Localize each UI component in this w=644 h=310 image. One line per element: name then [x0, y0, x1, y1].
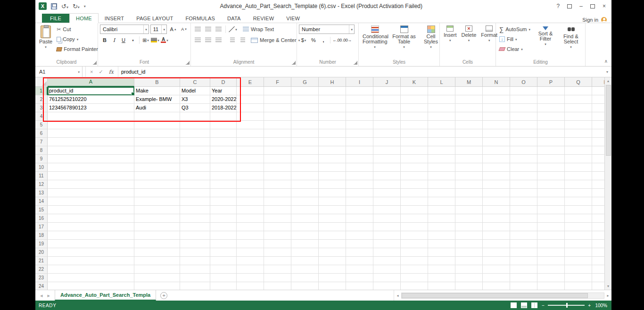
cell-C15[interactable] [180, 206, 210, 214]
merge-center-button[interactable]: Merge & Center ▾ [249, 35, 301, 45]
cell-A17[interactable] [48, 223, 134, 231]
cell-K22[interactable] [401, 265, 428, 274]
cell-B14[interactable] [134, 197, 180, 206]
cell-K3[interactable] [401, 104, 428, 112]
cell-O6[interactable] [510, 129, 537, 138]
cell-L20[interactable] [428, 248, 455, 257]
cell-B22[interactable] [134, 265, 180, 274]
zoom-out-button[interactable]: − [542, 303, 545, 308]
cell-O14[interactable] [510, 197, 537, 206]
tab-insert[interactable]: INSERT [99, 14, 130, 23]
cell-A5[interactable] [48, 121, 134, 129]
sort-filter-dropdown-arrow[interactable]: ▾ [545, 42, 546, 46]
new-sheet-button[interactable]: + [160, 292, 167, 299]
undo-button[interactable]: ↺▾ [61, 3, 68, 9]
cell-J4[interactable] [373, 112, 401, 121]
cell-P15[interactable] [537, 206, 565, 214]
row-header-1[interactable]: 1 [35, 87, 48, 95]
cell-L17[interactable] [428, 223, 455, 231]
cell-L15[interactable] [428, 206, 455, 214]
cell-F13[interactable] [264, 189, 291, 197]
find-select-button[interactable]: Find & Select ▾ [559, 25, 583, 59]
cell-Q12[interactable] [565, 180, 592, 189]
cell-I5[interactable] [346, 121, 373, 129]
sign-in-button[interactable]: Sign in [582, 17, 611, 23]
cell-F8[interactable] [264, 146, 291, 155]
cell-E15[interactable] [237, 206, 264, 214]
find-select-dropdown-arrow[interactable]: ▾ [570, 45, 572, 49]
cell-Q21[interactable] [565, 257, 592, 265]
cell-K10[interactable] [401, 163, 428, 172]
underline-dropdown-arrow[interactable]: ▾ [128, 35, 138, 45]
cell-F5[interactable] [264, 121, 291, 129]
row-header-13[interactable]: 13 [35, 189, 48, 197]
column-header-D[interactable]: D [210, 77, 237, 87]
cell-A16[interactable] [48, 214, 134, 223]
cell-D17[interactable] [210, 223, 237, 231]
align-right-button[interactable] [214, 35, 223, 45]
column-header-Q[interactable]: Q [565, 77, 592, 87]
row-header-18[interactable]: 18 [35, 231, 48, 240]
cell-P24[interactable] [537, 282, 565, 290]
cell-K19[interactable] [401, 240, 428, 248]
cell-A6[interactable] [48, 129, 134, 138]
cell-E6[interactable] [237, 129, 264, 138]
wrap-text-button[interactable]: Wrap Text [241, 25, 275, 34]
row-header-3[interactable]: 3 [35, 104, 48, 112]
cell-D23[interactable] [210, 274, 237, 282]
tab-data[interactable]: DATA [221, 14, 247, 23]
cell-O22[interactable] [510, 265, 537, 274]
row-header-12[interactable]: 12 [35, 180, 48, 189]
row-header-23[interactable]: 23 [35, 274, 48, 282]
cell-H12[interactable] [319, 180, 346, 189]
cell-N20[interactable] [483, 248, 510, 257]
cell-D19[interactable] [210, 240, 237, 248]
cell-H14[interactable] [319, 197, 346, 206]
cell-I7[interactable] [346, 138, 373, 146]
cell-C3[interactable]: Q3 [180, 104, 210, 112]
cell-D11[interactable] [210, 172, 237, 180]
scroll-right-button[interactable]: ▸ [604, 293, 611, 298]
alignment-dialog-launcher[interactable] [292, 61, 296, 65]
cell-G16[interactable] [291, 214, 319, 223]
cell-L4[interactable] [428, 112, 455, 121]
number-dialog-launcher[interactable] [354, 61, 357, 65]
cell-P3[interactable] [537, 104, 565, 112]
zoom-slider[interactable] [548, 305, 585, 306]
delete-cells-button[interactable]: × Delete ▾ [460, 25, 479, 59]
cell-E17[interactable] [237, 223, 264, 231]
cell-A8[interactable] [48, 146, 134, 155]
cell-N12[interactable] [483, 180, 510, 189]
cell-K14[interactable] [401, 197, 428, 206]
tab-home[interactable]: HOME [69, 13, 99, 23]
cell-O9[interactable] [510, 155, 537, 163]
cell-P20[interactable] [537, 248, 565, 257]
cell-E21[interactable] [237, 257, 264, 265]
cell-E13[interactable] [237, 189, 264, 197]
cell-B24[interactable] [134, 282, 180, 290]
cell-N22[interactable] [483, 265, 510, 274]
cell-A3[interactable]: 1234567890123 [48, 104, 134, 112]
cell-C10[interactable] [180, 163, 210, 172]
name-box-dropdown-arrow[interactable]: ▾ [75, 70, 82, 74]
cell-D16[interactable] [210, 214, 237, 223]
cell-O8[interactable] [510, 146, 537, 155]
cell-K5[interactable] [401, 121, 428, 129]
cell-K24[interactable] [401, 282, 428, 290]
row-header-22[interactable]: 22 [35, 265, 48, 274]
cell-P19[interactable] [537, 240, 565, 248]
cell-F9[interactable] [264, 155, 291, 163]
cell-E20[interactable] [237, 248, 264, 257]
autosum-button[interactable]: ∑ AutoSum ▾ [498, 25, 532, 34]
cell-N15[interactable] [483, 206, 510, 214]
cell-G14[interactable] [291, 197, 319, 206]
cell-D2[interactable]: 2020-2022 [210, 95, 237, 104]
enter-button[interactable]: ✓ [99, 69, 103, 75]
cell-D21[interactable] [210, 257, 237, 265]
number-format-combo[interactable]: Number ▾ [299, 25, 355, 34]
row-header-16[interactable]: 16 [35, 214, 48, 223]
italic-button[interactable]: I [109, 35, 119, 45]
cell-D18[interactable] [210, 231, 237, 240]
formula-bar-input[interactable]: product_id [118, 67, 603, 77]
cell-M16[interactable] [455, 214, 483, 223]
